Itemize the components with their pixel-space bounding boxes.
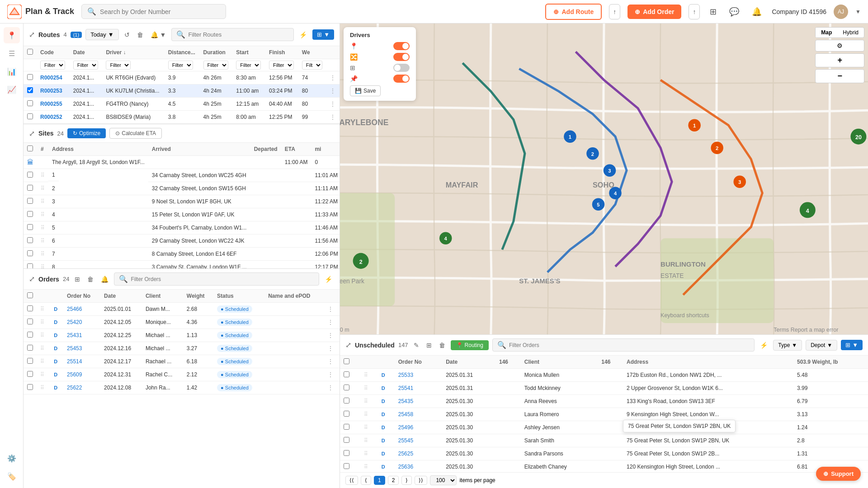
page-prev-btn[interactable]: ⟨ — [361, 476, 371, 485]
add-route-button[interactable]: ⊕ Add Route — [545, 4, 602, 20]
unscheduled-view-toggle[interactable]: ⊞ ▼ — [841, 340, 863, 350]
today-filter-btn[interactable]: Today ▼ — [85, 29, 119, 40]
route-checkbox-3[interactable] — [27, 113, 33, 119]
unscheduled-select-all[interactable] — [344, 358, 349, 364]
order-drag-4[interactable]: ⠿ — [40, 358, 44, 365]
route-more-0[interactable]: ⋮ — [326, 71, 340, 84]
unsched-order-3[interactable]: 25458 — [395, 408, 442, 421]
table-row[interactable]: ⠿ 4 15 Peter St, London W1F 0AF, UK 11:3… — [24, 208, 340, 221]
orders-delete-btn[interactable]: 🗑 — [85, 274, 95, 285]
table-row[interactable]: ⠿ 3 9 Noel St, London W1F 8GH, UK 11:22 … — [24, 195, 340, 208]
order-more-2[interactable]: ⋮ — [324, 329, 340, 342]
order-no-4[interactable]: 25514 — [63, 355, 100, 368]
table-row[interactable]: ⠿ D 25545 2025.01.30 Sarah Smith 75 Grea… — [340, 434, 868, 447]
order-checkbox-2[interactable] — [27, 332, 33, 338]
unsched-checkbox-0[interactable] — [344, 371, 349, 377]
site-drag-handle-6[interactable]: ⠿ — [41, 238, 45, 244]
calc-eta-button[interactable]: ⊙ Calculate ETA — [109, 128, 162, 139]
table-row[interactable]: ⠿ 7 8 Carnaby Street, London E14 6EF 12:… — [24, 248, 340, 261]
order-more-6[interactable]: ⋮ — [324, 381, 340, 394]
order-checkbox-6[interactable] — [27, 384, 33, 390]
routes-filter-icon-btn[interactable]: ⚡ — [297, 29, 309, 40]
order-checkbox-1[interactable] — [27, 319, 33, 324]
sidebar-item-map[interactable]: 📍 — [4, 27, 20, 43]
grid-icon-btn[interactable]: ⊞ — [707, 4, 719, 19]
site-drag-handle-5[interactable]: ⠿ — [41, 225, 45, 231]
order-no-5[interactable]: 25609 — [63, 368, 100, 381]
orders-copy-btn[interactable]: ⊞ — [73, 274, 82, 285]
order-more-0[interactable]: ⋮ — [324, 303, 340, 316]
unsched-drag-2[interactable]: ⠿ — [364, 398, 368, 404]
site-drag-handle-8[interactable]: ⠿ — [41, 264, 45, 269]
hybrid-view-btn[interactable]: Hybrid — [837, 28, 864, 38]
table-row[interactable]: ⠿ 5 34 Foubert's Pl, Carnaby, London W1.… — [24, 221, 340, 235]
site-checkbox-8[interactable] — [27, 263, 33, 269]
route-more-3[interactable]: ⋮ — [326, 111, 340, 124]
order-no-1[interactable]: 25420 — [63, 316, 100, 329]
unsched-order-4[interactable]: 25496 — [395, 421, 442, 434]
type-dropdown[interactable]: Type ▼ — [773, 340, 802, 351]
filter-duration[interactable]: Filter — [203, 61, 228, 70]
unsched-checkbox-4[interactable] — [344, 424, 349, 430]
table-row[interactable]: ⠿ D 25431 2024.12.25 Michael ... 1.13 ● … — [24, 329, 340, 342]
driver-toggle-4[interactable] — [393, 75, 410, 83]
site-checkbox-3[interactable] — [27, 198, 33, 204]
site-checkbox-2[interactable] — [27, 185, 33, 191]
support-button[interactable]: ⊕ Support — [816, 467, 861, 481]
table-row[interactable]: ⠿ D 25636 2025.01.30 Elizabeth Chaney 12… — [340, 460, 868, 473]
order-drag-1[interactable]: ⠿ — [40, 319, 44, 325]
map-settings-btn[interactable]: ⚙ — [815, 40, 864, 52]
filter-orders-input[interactable] — [131, 276, 314, 282]
unscheduled-edit-btn[interactable]: ✎ — [412, 340, 421, 351]
sidebar-item-chart[interactable]: 📊 — [4, 63, 20, 80]
export-button[interactable]: ↑ — [689, 4, 700, 19]
table-row[interactable]: ⠿ 1 34 Carnaby Street, London WC25 4GH 1… — [24, 169, 340, 182]
order-no-6[interactable]: 25622 — [63, 381, 100, 394]
order-no-2[interactable]: 25431 — [63, 329, 100, 342]
table-row[interactable]: R000253 2024.1... UK KU7LM (Christia... … — [24, 84, 340, 98]
unsched-checkbox-1[interactable] — [344, 385, 349, 390]
search-input[interactable] — [100, 8, 220, 15]
driver-toggle-3[interactable] — [393, 64, 410, 72]
table-row[interactable]: ⠿ D 25458 2025.01.30 Laura Romero 9 Kens… — [340, 408, 868, 421]
site-drag-handle-1[interactable]: ⠿ — [41, 172, 45, 178]
driver-toggle-2[interactable] — [393, 53, 410, 61]
table-row[interactable]: ⠿ D 25533 2025.01.31 Monica Mullen 172b … — [340, 369, 868, 382]
filter-code[interactable]: Filter — [40, 61, 65, 70]
order-no-3[interactable]: 25453 — [63, 342, 100, 355]
order-more-5[interactable]: ⋮ — [324, 368, 340, 381]
filter-date[interactable]: Filter — [73, 61, 98, 70]
site-checkbox-5[interactable] — [27, 224, 33, 230]
table-row[interactable]: ⠿ D 25435 2025.01.30 Anna Reeves 133 Kin… — [340, 395, 868, 408]
order-more-1[interactable]: ⋮ — [324, 316, 340, 329]
unscheduled-copy-btn[interactable]: ⊞ — [425, 340, 434, 351]
page-next-btn[interactable]: ⟩ — [401, 476, 412, 485]
unsched-order-5[interactable]: 25545 — [395, 434, 442, 447]
order-drag-6[interactable]: ⠿ — [40, 385, 44, 391]
unscheduled-delete-btn[interactable]: 🗑 — [437, 340, 447, 351]
site-drag-handle-3[interactable]: ⠿ — [41, 198, 45, 205]
site-checkbox-1[interactable] — [27, 172, 33, 178]
chat-icon-btn[interactable]: 💬 — [726, 4, 742, 19]
table-row[interactable]: ⠿ D 25609 2024.12.31 Rachel C... 2.12 ● … — [24, 368, 340, 381]
unsched-order-6[interactable]: 25625 — [395, 447, 442, 460]
table-row[interactable]: ⠿ 2 32 Carnaby Street, London SW15 6GH 1… — [24, 182, 340, 195]
unsched-order-0[interactable]: 25533 — [395, 369, 442, 382]
site-checkbox-7[interactable] — [27, 250, 33, 256]
route-checkbox-1[interactable] — [27, 87, 33, 93]
table-row[interactable]: ⠿ 8 3 Carnaby St, Carnaby, London W1F ..… — [24, 261, 340, 269]
filter-start[interactable]: Filter — [236, 61, 261, 70]
routes-select-all-checkbox[interactable] — [27, 49, 33, 55]
unsched-drag-3[interactable]: ⠿ — [364, 411, 368, 418]
table-row[interactable]: ⠿ D 25541 2025.01.31 Todd Mckinney 2 Upp… — [340, 382, 868, 395]
unsched-order-2[interactable]: 25435 — [395, 395, 442, 408]
table-row[interactable]: ⠿ D 25622 2024.12.08 John Ra... 1.42 ● S… — [24, 381, 340, 394]
add-order-button[interactable]: ⊕ Add Order — [627, 5, 681, 19]
sites-select-all[interactable] — [27, 145, 33, 151]
routes-expand-icon[interactable]: ⤢ — [29, 30, 35, 39]
orders-expand-icon[interactable]: ⤢ — [29, 275, 35, 283]
page-last-btn[interactable]: ⟩⟩ — [415, 476, 427, 485]
route-checkbox-0[interactable] — [27, 74, 33, 80]
orders-select-all[interactable] — [27, 292, 33, 298]
orders-bell-btn[interactable]: 🔔 — [99, 274, 110, 285]
